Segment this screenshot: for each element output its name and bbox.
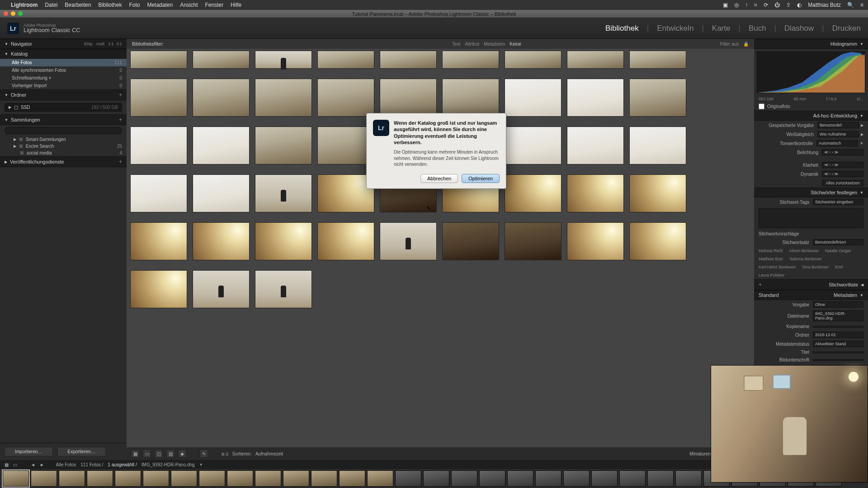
thumbnail[interactable] (193, 79, 250, 117)
reset-all-button[interactable]: Alles zurücksetzen (822, 180, 863, 186)
status-icon[interactable]: ▣ (723, 2, 728, 8)
filmstrip-thumb[interactable] (311, 470, 337, 487)
loupe-view-icon[interactable]: ▭ (143, 450, 151, 458)
app-menu[interactable]: Lightroom (11, 2, 38, 8)
catalog-synced[interactable]: Alle synchronisierten Fotos 0 (0, 66, 127, 74)
grid-view-icon[interactable]: ▦ (131, 450, 139, 458)
kw-set-dropdown[interactable]: Benutzerdefiniert (813, 239, 863, 245)
filmstrip-thumb[interactable] (199, 470, 225, 487)
filmstrip-thumb[interactable] (619, 470, 646, 487)
thumbnail[interactable] (505, 222, 561, 260)
katalog-header[interactable]: ▼ Katalog (0, 49, 127, 59)
filmstrip-thumb[interactable] (367, 470, 393, 487)
people-view-icon[interactable]: ☻ (178, 450, 186, 458)
menu-foto[interactable]: Foto (129, 2, 140, 8)
thumbnail[interactable] (505, 51, 561, 69)
module-entwickeln[interactable]: Entwickeln (657, 24, 693, 33)
ordner-header[interactable]: ▼ Ordner + (0, 89, 127, 100)
vibrance-stepper[interactable]: ≪ ‹ › ≫ (822, 171, 863, 177)
control-center-icon[interactable]: ≡ (860, 2, 863, 8)
thumbnail[interactable] (567, 127, 624, 164)
thumbnail[interactable] (317, 222, 374, 260)
module-karte[interactable]: Karte (712, 24, 731, 33)
catalog-prev-import[interactable]: Vorheriger Import 0 (0, 82, 127, 89)
thumbnail[interactable] (193, 270, 250, 308)
filmstrip-thumb[interactable] (3, 470, 29, 487)
second-window-icon[interactable]: ▭ (13, 462, 17, 467)
lock-icon[interactable]: 🔒 (743, 42, 749, 47)
collection-search[interactable] (5, 127, 122, 134)
filmstrip-thumb[interactable] (451, 470, 477, 487)
filmstrip-thumb[interactable] (227, 470, 253, 487)
histogram-display[interactable] (757, 52, 865, 93)
dropbox-icon[interactable]: ⌗ (754, 2, 757, 8)
status-icon[interactable]: ↑ (745, 2, 748, 8)
filter-keine[interactable]: Keine (509, 42, 521, 47)
exposure-stepper[interactable]: ≪ ‹ › ≫ (822, 149, 863, 155)
zoom-ausf[interactable]: Ausf. (96, 42, 105, 46)
close-window-icon[interactable] (4, 11, 8, 16)
keyword-chip[interactable]: Melissa Riehl (759, 249, 783, 253)
cc-sync-icon[interactable]: ⟳ (764, 2, 768, 8)
status-icon[interactable]: ◎ (734, 2, 739, 8)
kw-mode-dropdown[interactable]: Stichwörter eingeben (813, 199, 863, 205)
menu-bearbeiten[interactable]: Bearbeiten (65, 2, 91, 8)
md-preset-dropdown[interactable]: Ohne (813, 301, 863, 308)
collection-excire[interactable]: ▶Excire Search25 (0, 143, 127, 150)
histogram-header[interactable]: Histogramm ▼ (754, 39, 868, 49)
filmstrip-thumb[interactable] (339, 470, 365, 487)
collection-social[interactable]: social media4 (0, 150, 127, 156)
filmstrip-thumb[interactable] (87, 470, 113, 487)
thumbnail[interactable] (380, 79, 437, 117)
keyword-chip[interactable]: Matthias Butz (759, 257, 783, 261)
thumbnail[interactable] (193, 222, 250, 260)
thumbnail[interactable] (505, 174, 561, 212)
md-mode-dropdown[interactable]: Standard (759, 292, 779, 298)
drive-bar[interactable]: ▶▢SSD 192 / 500 GB (5, 103, 122, 112)
filmstrip-thumb[interactable] (563, 470, 590, 487)
thumbnail[interactable] (255, 222, 312, 260)
collection-smart[interactable]: ▶Smart-Sammlungen (0, 136, 127, 143)
thumbnail[interactable] (442, 79, 499, 117)
thumbnail[interactable] (567, 222, 624, 260)
grid-mode-icon[interactable]: ▦ (5, 462, 9, 467)
thumbnail[interactable] (317, 79, 374, 117)
module-buch[interactable]: Buch (749, 24, 766, 33)
thumbnail[interactable] (130, 174, 187, 212)
filmstrip-thumb[interactable] (591, 470, 618, 487)
fs-source[interactable]: Alle Fotos (56, 462, 76, 467)
thumbnail[interactable] (505, 127, 561, 164)
thumbnail[interactable] (317, 127, 374, 164)
thumbnail[interactable] (629, 174, 686, 212)
zoom-3-1[interactable]: 3:1 (116, 42, 122, 46)
thumbnail[interactable] (505, 79, 561, 117)
filmstrip-thumb[interactable] (143, 470, 169, 487)
thumbnail[interactable] (130, 270, 187, 308)
thumbnail[interactable] (193, 127, 250, 164)
menu-metadaten[interactable]: Metadaten (147, 2, 173, 8)
menu-ansicht[interactable]: Ansicht (180, 2, 198, 8)
filmstrip-thumb[interactable] (395, 470, 421, 487)
filter-attribut[interactable]: Attribut (465, 42, 479, 47)
keyword-chip[interactable]: Emil (835, 265, 843, 269)
thumbnail[interactable] (255, 174, 312, 212)
filmstrip-thumb[interactable] (479, 470, 505, 487)
filmstrip-thumb[interactable] (255, 470, 281, 487)
originalfoto-row[interactable]: Originalfoto (754, 102, 868, 111)
user-name[interactable]: Matthias Butz (808, 2, 841, 8)
module-diashow[interactable]: Diashow (784, 24, 814, 33)
chevron-right-icon[interactable]: ▶ (861, 123, 863, 127)
thumbnail[interactable] (255, 127, 312, 164)
zoom-window-icon[interactable] (18, 11, 23, 16)
keyword-chip[interactable]: Sina Benkeser (802, 265, 829, 269)
filmstrip-thumb[interactable] (675, 470, 702, 487)
preset-dropdown[interactable]: Benutzerdef. (817, 122, 859, 128)
thumbnail[interactable] (380, 51, 437, 69)
md-copyname[interactable] (813, 326, 863, 328)
catalog-all-photos[interactable]: Alle Fotos 111 (0, 59, 127, 66)
menu-datei[interactable]: Datei (45, 2, 57, 8)
metadata-header[interactable]: Standard Metadaten▼ (754, 290, 868, 300)
filmstrip-thumb[interactable] (31, 470, 57, 487)
keyword-chip[interactable]: Sabrina Benkeser (790, 257, 822, 261)
chevron-down-icon[interactable]: ▼ (199, 463, 203, 467)
